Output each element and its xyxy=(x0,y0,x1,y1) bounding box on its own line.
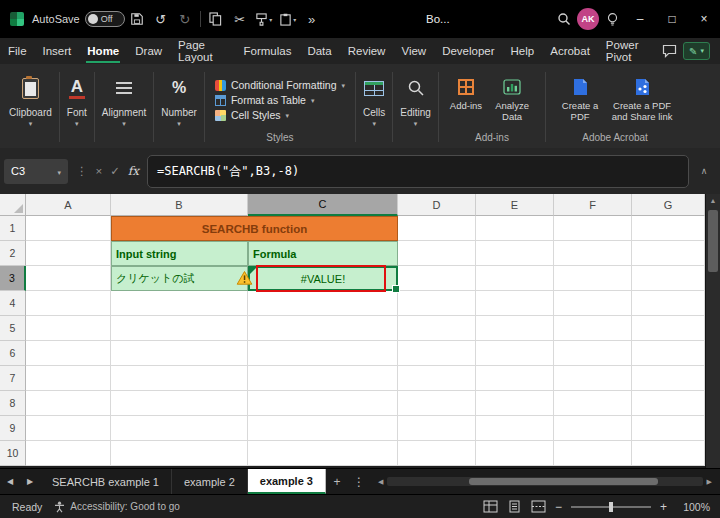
cut-button[interactable]: ✂ xyxy=(228,0,252,38)
cell-c2[interactable]: Formula xyxy=(248,241,398,266)
column-header-d[interactable]: D xyxy=(398,194,476,216)
column-header-f[interactable]: F xyxy=(554,194,632,216)
copy-button[interactable] xyxy=(204,0,228,38)
tab-data[interactable]: Data xyxy=(299,38,339,64)
cell-f1[interactable] xyxy=(554,216,632,241)
zoom-level[interactable]: 100% xyxy=(676,501,710,513)
cell-a1[interactable] xyxy=(26,216,111,241)
cell[interactable] xyxy=(111,391,248,416)
horizontal-scrollbar[interactable]: ◀ ▶ xyxy=(374,469,716,494)
row-header-9[interactable]: 9 xyxy=(0,416,26,441)
cell[interactable] xyxy=(26,441,111,466)
cell-a3[interactable] xyxy=(26,266,111,291)
tab-insert[interactable]: Insert xyxy=(35,38,80,64)
cell[interactable] xyxy=(554,416,632,441)
cell[interactable] xyxy=(476,341,554,366)
cell[interactable] xyxy=(554,441,632,466)
paste-button[interactable]: ▾ xyxy=(276,0,300,38)
ideas-button[interactable] xyxy=(600,0,624,38)
zoom-slider-thumb[interactable] xyxy=(609,502,613,512)
previous-sheet-button[interactable]: ◀ xyxy=(0,469,20,494)
cell[interactable] xyxy=(554,366,632,391)
fill-handle[interactable] xyxy=(392,285,400,293)
analyze-data-button[interactable]: Analyze Data xyxy=(486,70,538,130)
cell-d3[interactable] xyxy=(398,266,476,291)
maximize-button[interactable]: □ xyxy=(656,0,688,38)
cells-group-button[interactable]: Cells ▾ xyxy=(358,66,390,148)
cell[interactable] xyxy=(476,366,554,391)
row-header-2[interactable]: 2 xyxy=(0,241,26,266)
cell[interactable] xyxy=(632,441,705,466)
font-group-button[interactable]: A Font ▾ xyxy=(62,66,92,148)
zoom-slider[interactable] xyxy=(571,506,651,508)
collapse-formula-bar-button[interactable]: ∧ xyxy=(694,166,714,176)
drag-handle-icon[interactable]: ⋮ xyxy=(76,164,88,178)
cell[interactable] xyxy=(398,316,476,341)
cell[interactable] xyxy=(248,416,398,441)
cell[interactable] xyxy=(398,391,476,416)
page-break-view-icon[interactable] xyxy=(531,500,546,513)
cell[interactable] xyxy=(111,291,248,316)
cell[interactable] xyxy=(476,391,554,416)
sheet-tab-searchb-example-1[interactable]: SEARCHB example 1 xyxy=(40,469,172,494)
excel-app-icon[interactable] xyxy=(10,12,24,26)
cell[interactable] xyxy=(398,341,476,366)
autosave-switch[interactable]: Off xyxy=(85,11,125,27)
insert-function-button[interactable]: fx xyxy=(128,164,139,178)
column-header-c[interactable]: C xyxy=(248,194,398,216)
select-all-button[interactable] xyxy=(0,194,26,216)
cell-g1[interactable] xyxy=(632,216,705,241)
new-sheet-button[interactable]: + xyxy=(326,469,348,494)
alignment-group-button[interactable]: Alignment ▾ xyxy=(97,66,151,148)
page-layout-view-icon[interactable] xyxy=(507,500,522,513)
conditional-formatting-button[interactable]: Conditional Formatting ▾ xyxy=(212,79,348,91)
row-header-6[interactable]: 6 xyxy=(0,341,26,366)
zoom-in-button[interactable]: + xyxy=(660,500,667,514)
row-header-5[interactable]: 5 xyxy=(0,316,26,341)
confirm-entry-button[interactable]: ✓ xyxy=(110,164,120,178)
cell[interactable] xyxy=(554,291,632,316)
sheet-tab-example-3-active[interactable]: example 3 xyxy=(248,469,326,494)
column-header-a[interactable]: A xyxy=(26,194,111,216)
cell[interactable] xyxy=(554,341,632,366)
cell[interactable] xyxy=(111,441,248,466)
cell[interactable] xyxy=(26,366,111,391)
horizontal-scroll-track[interactable] xyxy=(387,477,702,486)
cell[interactable] xyxy=(554,391,632,416)
cell-b2[interactable]: Input string xyxy=(111,241,248,266)
cell[interactable] xyxy=(476,416,554,441)
zoom-out-button[interactable]: − xyxy=(555,500,562,514)
tab-help[interactable]: Help xyxy=(503,38,543,64)
tab-view[interactable]: View xyxy=(393,38,434,64)
cell[interactable] xyxy=(248,316,398,341)
cell-styles-button[interactable]: Cell Styles ▾ xyxy=(212,109,292,121)
tab-developer[interactable]: Developer xyxy=(434,38,502,64)
cell-a2[interactable] xyxy=(26,241,111,266)
name-box[interactable]: C3 ▾ xyxy=(4,159,68,184)
scroll-left-icon[interactable]: ◀ xyxy=(374,478,387,486)
add-ins-button[interactable]: Add-ins xyxy=(446,70,486,130)
cell-c3-selected[interactable]: #VALUE! xyxy=(248,266,398,291)
normal-view-icon[interactable] xyxy=(483,500,498,513)
tab-home[interactable]: Home xyxy=(79,38,127,64)
cell[interactable] xyxy=(632,291,705,316)
cell-e3[interactable] xyxy=(476,266,554,291)
cell-g3[interactable] xyxy=(632,266,705,291)
tab-review[interactable]: Review xyxy=(340,38,394,64)
cell[interactable] xyxy=(476,441,554,466)
autosave-toggle[interactable]: AutoSave Off xyxy=(32,11,125,27)
cell[interactable] xyxy=(26,316,111,341)
column-header-b[interactable]: B xyxy=(111,194,248,216)
cell[interactable] xyxy=(632,416,705,441)
cell-b1-c1-merged[interactable]: SEARCHB function xyxy=(111,216,398,241)
create-pdf-share-button[interactable]: Create a PDF and Share link xyxy=(607,70,677,130)
next-sheet-button[interactable]: ▶ xyxy=(20,469,40,494)
cell[interactable] xyxy=(111,366,248,391)
cell[interactable] xyxy=(248,391,398,416)
cell[interactable] xyxy=(476,291,554,316)
cell[interactable] xyxy=(248,341,398,366)
comments-button[interactable] xyxy=(661,38,679,64)
formula-input[interactable]: =SEARCHB("合",B3,-8) xyxy=(147,155,689,188)
create-pdf-button[interactable]: Create a PDF xyxy=(553,70,607,130)
editing-group-button[interactable]: Editing ▾ xyxy=(395,66,436,148)
